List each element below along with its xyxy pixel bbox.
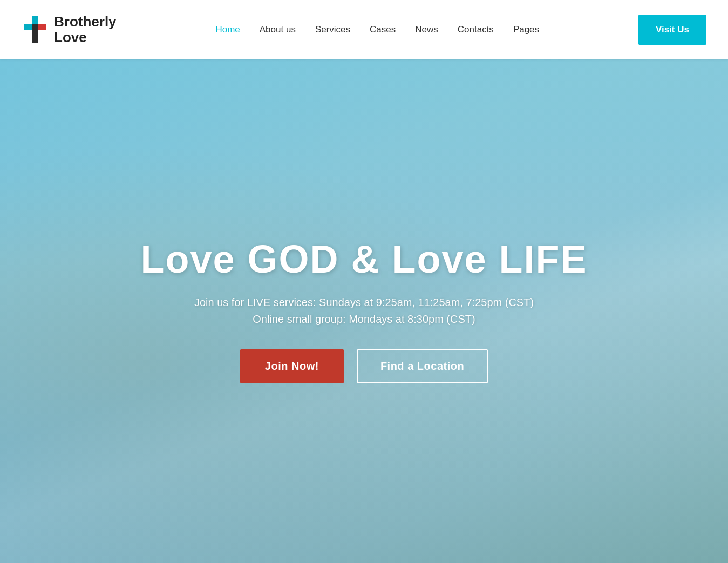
navbar: Brotherly Love Home About us Services Ca… <box>0 0 728 59</box>
svg-rect-3 <box>38 24 46 30</box>
join-now-button[interactable]: Join Now! <box>240 349 344 383</box>
nav-item-about[interactable]: About us <box>260 24 296 35</box>
nav-item-news[interactable]: News <box>415 24 438 35</box>
hero-buttons: Join Now! Find a Location <box>140 349 587 383</box>
svg-rect-2 <box>24 24 32 30</box>
nav-item-home[interactable]: Home <box>215 24 240 35</box>
nav-links: Home About us Services Cases News Contac… <box>215 24 539 35</box>
nav-item-contacts[interactable]: Contacts <box>458 24 494 35</box>
logo-text: Brotherly Love <box>54 14 117 45</box>
logo-cross-icon <box>22 13 49 46</box>
svg-rect-4 <box>32 16 38 24</box>
hero-content: Love GOD & Love LIFE Join us for LIVE se… <box>130 239 598 383</box>
nav-item-pages[interactable]: Pages <box>513 24 539 35</box>
hero-section: Love GOD & Love LIFE Join us for LIVE se… <box>0 59 728 563</box>
visit-us-button[interactable]: Visit Us <box>638 15 706 45</box>
logo[interactable]: Brotherly Love <box>22 13 117 46</box>
nav-item-cases[interactable]: Cases <box>370 24 396 35</box>
hero-subtitle-1: Join us for LIVE services: Sundays at 9:… <box>140 296 587 309</box>
nav-item-services[interactable]: Services <box>315 24 350 35</box>
hero-title: Love GOD & Love LIFE <box>140 239 587 280</box>
find-location-button[interactable]: Find a Location <box>357 349 488 383</box>
hero-subtitle-2: Online small group: Mondays at 8:30pm (C… <box>140 313 587 325</box>
